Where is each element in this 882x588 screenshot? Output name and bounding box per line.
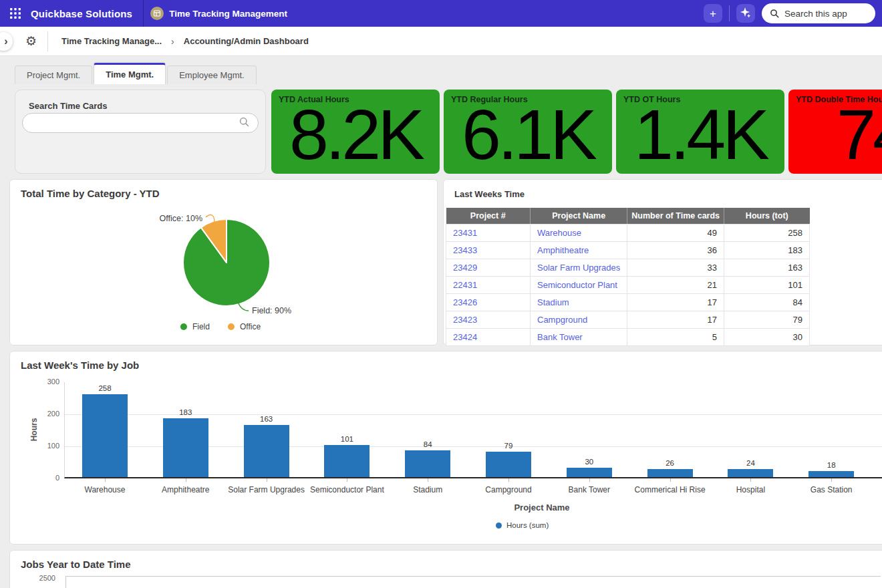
current-app-chip[interactable]: Time Tracking Management [150, 7, 287, 20]
app-search-box[interactable] [762, 3, 875, 23]
app-grid-icon[interactable] [7, 5, 24, 22]
table-row: 23426Stadium1784 [446, 293, 810, 311]
tab-project-mgmt[interactable]: Project Mgmt. [15, 65, 92, 84]
search-time-cards-label: Search Time Cards [29, 101, 108, 111]
kpi-card[interactable]: YTD OT Hours1.4K [616, 90, 784, 174]
bar-bank-tower[interactable] [567, 468, 612, 477]
bar-semiconductor-plant[interactable] [324, 445, 370, 477]
breadcrumb-page[interactable]: Accounting/Admin Dashboard [184, 36, 309, 46]
project-number-link[interactable]: 23433 [453, 245, 477, 255]
tab-employee-mgmt[interactable]: Employee Mgmt. [167, 65, 257, 84]
time-cards-search-input[interactable] [31, 118, 239, 128]
table-header-row: Project #Project NameNumber of Time card… [446, 208, 810, 224]
bar-hospital[interactable] [728, 469, 773, 477]
project-name-link[interactable]: Semiconductor Plant [537, 280, 617, 290]
bar-solar-farm-upgrades[interactable] [244, 425, 289, 477]
breadcrumb-chevron-icon: › [171, 36, 174, 47]
project-number-link[interactable]: 23429 [453, 263, 477, 273]
dashboard-tabs: Project Mgmt. Time Mgmt. Employee Mgmt. [15, 63, 258, 84]
table-row: 23424Bank Tower530 [446, 328, 810, 345]
field-slice-label: Field: 90% [252, 306, 291, 315]
bar-amphitheatre[interactable] [163, 418, 208, 477]
bar-value-label: 163 [237, 415, 297, 423]
table-cell: 5 [627, 328, 724, 345]
gear-icon[interactable]: ⚙ [25, 35, 37, 47]
column-header[interactable]: Project # [446, 208, 531, 224]
table-row: 23433Amphitheatre36183 [446, 241, 810, 259]
kpi-value: 8.2K [271, 99, 440, 170]
add-new-button[interactable]: + [704, 4, 722, 23]
kpi-card[interactable]: YTD Regular Hours6.1K [444, 90, 612, 174]
table-cell: 36 [627, 241, 724, 259]
project-number-link[interactable]: 23431 [453, 228, 477, 238]
jobs-ytd-axis [65, 576, 881, 588]
x-axis-category-label: Solar Farm Upgrades [223, 485, 310, 494]
project-name-link[interactable]: Amphitheatre [537, 245, 589, 255]
x-axis-tick-mark [508, 478, 509, 482]
jobs-ytd-first-tick: 2500 [30, 574, 55, 582]
kpi-card[interactable]: YTD Double Time Hours74 [788, 90, 882, 174]
pie-chart: Office: 10% Field: 90% [10, 180, 438, 346]
x-axis-category-label: Bank Tower [546, 485, 633, 494]
x-axis-tick-mark [267, 478, 267, 482]
project-name-link[interactable]: Stadium [537, 297, 569, 307]
project-name-link[interactable]: Solar Farm Upgrades [537, 263, 620, 273]
office-legend-dot [228, 323, 235, 330]
table-cell: 33 [627, 259, 724, 276]
table-cell: 23423 [446, 311, 531, 328]
bar-gas-station[interactable] [808, 471, 854, 477]
table-cell: 183 [724, 241, 810, 259]
bar-value-label: 18 [801, 461, 861, 469]
table-row: 23423Campground1779 [446, 311, 810, 328]
bar-warehouse[interactable] [82, 394, 128, 477]
y-axis-tick: 0 [37, 474, 59, 482]
project-number-link[interactable]: 23423 [453, 315, 477, 325]
x-axis-tick-mark [186, 478, 186, 482]
jobs-ytd-panel: Jobs Year to Date Time 2500 [9, 550, 882, 588]
tab-time-mgmt[interactable]: Time Mgmt. [94, 63, 166, 84]
project-number-link[interactable]: 23426 [453, 297, 477, 307]
table-cell: 30 [724, 328, 810, 345]
column-header[interactable]: Hours (tot) [724, 208, 810, 224]
search-time-cards-panel: Search Time Cards [15, 90, 266, 174]
table-title: Last Weeks Time [454, 189, 525, 199]
topbar-divider [143, 0, 144, 27]
app-search-input[interactable] [784, 9, 865, 19]
breadcrumb-app-link[interactable]: Time Tracking Manage... [61, 36, 162, 46]
bar-stadium[interactable] [405, 450, 450, 477]
column-header[interactable]: Number of Time cards [627, 208, 724, 224]
project-name-link[interactable]: Bank Tower [537, 332, 583, 342]
project-name-link[interactable]: Campground [537, 315, 587, 325]
bar-chart-legend: Hours (sum) [496, 521, 549, 529]
project-number-link[interactable]: 23424 [453, 332, 477, 342]
bar-chart-title: Last Week's Time by Job [21, 359, 139, 371]
x-axis-tick-mark [105, 478, 106, 482]
pie-chart-panel: Total Time by Category - YTD Office: 10%… [9, 179, 438, 345]
table-cell: Amphitheatre [531, 241, 627, 259]
column-header[interactable]: Project Name [531, 208, 627, 224]
table-row: 22431Semiconductor Plant21101 [446, 276, 810, 293]
kpi-value: 1.4K [616, 99, 784, 170]
last-weeks-time-table: Project #Project NameNumber of Time card… [446, 208, 810, 346]
topbar-divider-2 [729, 5, 730, 21]
table-cell: 22431 [446, 276, 531, 293]
sidebar-expand-button[interactable]: › [0, 32, 13, 51]
x-axis-tick-mark [347, 478, 347, 482]
company-name[interactable]: Quickbase Solutions [31, 8, 132, 19]
office-slice-label: Office: 10% [160, 214, 202, 223]
project-name-link[interactable]: Warehouse [537, 228, 581, 238]
x-axis-tick-mark [831, 478, 832, 482]
bar-value-label: 24 [720, 459, 780, 467]
bar-value-label: 30 [559, 458, 619, 466]
project-number-link[interactable]: 22431 [453, 280, 477, 290]
ai-assistant-button[interactable] [736, 4, 755, 23]
x-axis-category-label: Hospital [707, 485, 794, 494]
x-axis-category-label: Stadium [384, 485, 471, 494]
top-nav-bar: Quickbase Solutions Time Tracking Manage… [0, 0, 882, 27]
bar-campground[interactable] [486, 452, 531, 477]
table-row: 23431Warehouse49258 [446, 224, 810, 241]
kpi-card[interactable]: YTD Actual Hours8.2K [271, 90, 440, 174]
bar-value-label: 183 [156, 408, 216, 416]
bar-commerical-hi-rise[interactable] [647, 469, 693, 477]
dashboard-screen: Quickbase Solutions Time Tracking Manage… [0, 0, 882, 588]
